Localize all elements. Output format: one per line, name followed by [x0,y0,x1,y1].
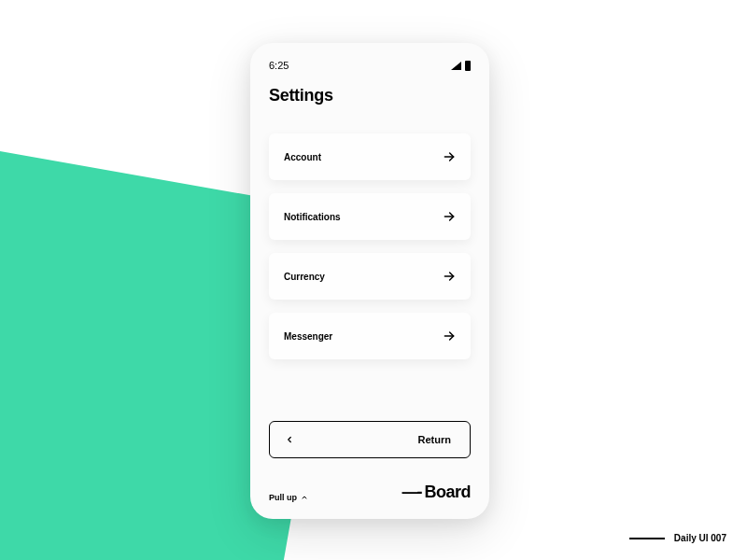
chevron-left-icon [285,435,294,444]
battery-icon [465,61,471,71]
arrow-right-icon [443,270,456,283]
status-icons [451,61,471,71]
arrow-right-icon [443,210,456,223]
footer-credit: Daily UI 007 [629,533,726,543]
setting-item-notifications[interactable]: Notifications [269,193,471,240]
setting-label: Notifications [284,212,341,222]
spacer [269,359,471,421]
brand-prefix: —- [402,483,420,502]
status-bar: 6:25 [269,60,471,71]
status-time: 6:25 [269,60,289,71]
setting-item-account[interactable]: Account [269,133,471,180]
brand-name: Board [424,483,471,502]
page-title: Settings [269,86,471,105]
phone-frame: 6:25 Settings Account Notifications Curr… [250,43,489,519]
footer-text: Daily UI 007 [674,533,726,543]
pull-up-button[interactable]: Pull up [269,493,308,502]
chevron-up-icon [301,494,308,501]
setting-label: Account [284,152,321,162]
setting-label: Currency [284,272,325,282]
bottom-bar: Pull up —- Board [269,483,471,502]
setting-item-messenger[interactable]: Messenger [269,313,471,359]
setting-item-currency[interactable]: Currency [269,253,471,300]
settings-list: Account Notifications Currency Messenger [269,133,471,359]
return-button[interactable]: Return [269,421,471,458]
pull-up-label: Pull up [269,493,297,502]
signal-icon [451,62,461,70]
setting-label: Messenger [284,331,332,342]
brand-logo: —- Board [402,483,471,502]
arrow-right-icon [443,329,456,343]
footer-line [629,538,665,539]
arrow-right-icon [443,150,456,163]
return-label: Return [294,434,455,445]
